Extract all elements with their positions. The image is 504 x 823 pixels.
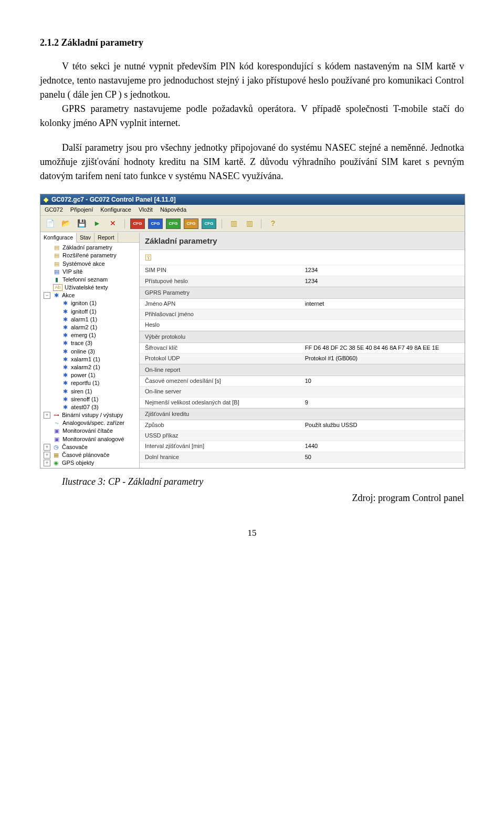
tab-report[interactable]: Report [94, 233, 118, 243]
menu-item-connection[interactable]: Připojení [70, 206, 93, 213]
tree-akce-item[interactable]: ✱alarm1 (1) [40, 316, 139, 324]
value-ussd[interactable] [300, 431, 465, 441]
value-minsize[interactable]: 9 [300, 398, 465, 408]
menu-item-help[interactable]: Nápověda [160, 206, 186, 213]
paragraph-2b: GPRS parametry nastavujeme podle požadav… [40, 102, 464, 130]
tree-akce[interactable]: −✱Akce [40, 291, 139, 299]
cfg-button-5[interactable]: CFG [202, 218, 216, 229]
group-protocol: Výběr protokolu [140, 331, 465, 343]
value-login[interactable] [300, 309, 465, 319]
expand-icon[interactable]: + [44, 444, 50, 451]
sheet-icon: ▤ [53, 261, 60, 267]
label-udp: Protokol UDP [140, 353, 300, 363]
toolbar-save-icon[interactable]: 💾 [75, 218, 88, 230]
tree-label: ignitoff (1) [71, 308, 97, 315]
value-gheslo[interactable] [300, 320, 465, 330]
tree-akce-item[interactable]: ✱power (1) [40, 371, 139, 379]
toolbar-help-icon[interactable]: ? [267, 218, 279, 230]
tree-akce-item[interactable]: ✱ignitoff (1) [40, 308, 139, 316]
row-ussd: USSD příkaz [140, 431, 465, 441]
tree-gps[interactable]: +◉GPS objekty [40, 459, 139, 467]
row-method: ZpůsobPoužít službu USSD [140, 420, 465, 431]
gear-icon: ✱ [61, 404, 69, 411]
tree-akce-item[interactable]: ✱online (3) [40, 348, 139, 356]
tree-akce-item[interactable]: ✱xalarm1 (1) [40, 356, 139, 363]
toolbar-sep-2 [222, 219, 222, 228]
toolbar-cancel-icon[interactable]: ✕ [107, 218, 119, 230]
menu-item-gc072[interactable]: GC072 [45, 206, 63, 213]
toolbar-play-icon[interactable]: ► [91, 218, 103, 230]
row-heslo: Přístupové heslo1234 [140, 276, 465, 287]
tree-analog[interactable]: ⏦Analogová/spec. zařízer [40, 419, 139, 427]
tree-vip[interactable]: ▤VIP sítě [40, 268, 139, 276]
value-udp[interactable]: Protokol #1 (GB060) [300, 353, 465, 363]
tree-label: xalarm1 (1) [71, 356, 100, 363]
toolbar-open-icon[interactable]: 📂 [59, 218, 72, 230]
sheet-icon: ▤ [53, 252, 60, 259]
expand-icon[interactable]: + [44, 460, 50, 466]
tree-akce-item[interactable]: ✱emerg (1) [40, 331, 139, 339]
monitor-icon: ▣ [53, 428, 60, 434]
menu-item-config[interactable]: Konfigurace [100, 206, 131, 213]
tree-sys-actions[interactable]: ▤Systémové akce [40, 260, 139, 268]
cfg-button-3[interactable]: CFG [166, 218, 181, 229]
tree-usertexts[interactable]: AbUživatelské texty [40, 284, 139, 291]
tree-basic-params[interactable]: ▤Základní parametry [40, 244, 139, 252]
tree-label: Monitorování analogové [62, 436, 124, 443]
label-server: On-line server [140, 387, 300, 397]
value-method[interactable]: Použít službu USSD [300, 420, 465, 430]
panel-title: Základní parametry [140, 233, 465, 250]
tree-mon-analog[interactable]: ▣Monitorování analogové [40, 435, 139, 443]
main-panel: Základní parametry ⚿ SIM PIN1234 Přístup… [140, 233, 465, 468]
sidebar-tabs: Konfigurace Stav Report [40, 233, 139, 243]
value-cipher[interactable]: FF D6 48 DF 2C 38 5E 40 84 46 8A F7 49 8… [300, 343, 465, 353]
value-heslo[interactable]: 1234 [300, 276, 465, 286]
toolbar-new-icon[interactable]: 📄 [44, 218, 56, 230]
cfg-button-4[interactable]: CFG [184, 218, 198, 229]
expand-icon[interactable]: + [44, 452, 50, 459]
cfg-button-1[interactable]: CFG [130, 218, 145, 229]
tree-akce-item[interactable]: ✱xalarm2 (1) [40, 363, 139, 371]
label-ussd: USSD příkaz [140, 431, 300, 441]
tab-stav[interactable]: Stav [77, 233, 94, 243]
menu-item-insert[interactable]: Vložit [139, 206, 153, 213]
tree-label: trace (3) [71, 340, 92, 347]
tree-timers[interactable]: +◷Časovače [40, 443, 139, 451]
value-interval[interactable]: 1440 [300, 441, 465, 451]
value-lowlimit[interactable]: 50 [300, 452, 465, 462]
tree-akce-item[interactable]: ✱reportfu (1) [40, 379, 139, 387]
tree-ext-params[interactable]: ▤Rozšířené parametry [40, 252, 139, 259]
value-server[interactable] [300, 387, 465, 397]
tree-scheduler[interactable]: +▦Časové plánovače [40, 451, 139, 459]
toolbar-doc2-icon[interactable]: ▥ [243, 218, 256, 230]
tree-akce-item[interactable]: ✱trace (3) [40, 339, 139, 347]
expand-icon[interactable]: + [44, 412, 50, 419]
value-timeout[interactable]: 10 [300, 376, 465, 386]
tree-akce-item[interactable]: ✱atest07 (3) [40, 403, 139, 411]
row-gheslo: Heslo [140, 320, 465, 330]
tree-phonebook[interactable]: ▮Telefonní seznam [40, 276, 139, 284]
ab-icon: Ab [53, 284, 62, 291]
titlebar: ◆ GC072.gc7 - GC072 Control Panel [4.11.… [40, 194, 465, 205]
window-title: GC072.gc7 - GC072 Control Panel [4.11.0] [51, 196, 176, 203]
tree-label: Základní parametry [62, 244, 112, 251]
tree-akce-item[interactable]: ✱siren (1) [40, 388, 139, 395]
row-lowlimit: Dolní hranice50 [140, 452, 465, 463]
toolbar-doc1-icon[interactable]: ▥ [227, 218, 240, 230]
tree-mon-counter[interactable]: ▣Monitorování čítače [40, 427, 139, 435]
tree-akce-item[interactable]: ✱alarm2 (1) [40, 324, 139, 331]
tab-konfigurace[interactable]: Konfigurace [40, 233, 77, 243]
cfg-button-2[interactable]: CFG [148, 218, 163, 229]
row-server: On-line server [140, 387, 465, 397]
label-sim-pin: SIM PIN [140, 265, 300, 275]
label-method: Způsob [140, 420, 300, 430]
tree-binio[interactable]: +⊶Binární vstupy / výstupy [40, 411, 139, 419]
group-online: On-line report [140, 364, 465, 376]
label-cipher: Šifrovací klíč [140, 343, 300, 353]
tree-akce-item[interactable]: ✱sirenoff (1) [40, 395, 139, 403]
tree-akce-item[interactable]: ✱igniton (1) [40, 299, 139, 307]
value-sim-pin[interactable]: 1234 [300, 265, 465, 275]
collapse-icon[interactable]: − [44, 292, 50, 299]
tree-label: VIP sítě [62, 268, 82, 275]
value-apn[interactable]: internet [300, 299, 465, 309]
